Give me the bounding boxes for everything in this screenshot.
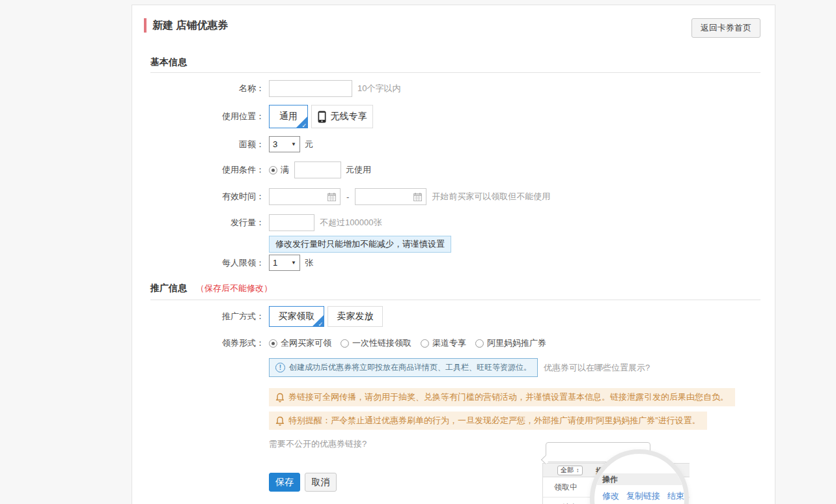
- condition-label: 使用条件：: [132, 164, 264, 176]
- claim-type-row: 领券形式： 全网买家可领 一次性链接领取 渠道专享 阿里妈妈推广券: [132, 337, 775, 349]
- position-label: 使用位置：: [132, 111, 264, 122]
- warning-1-box: 券链接可全网传播，请勿用于抽奖、兑换等有门槛的营销活动，并谨慎设置基本信息。链接…: [269, 388, 735, 406]
- date-separator: -: [346, 192, 349, 202]
- warning-2-row: 特别提醒：严令禁止通过优惠券刷单的行为，一旦发现必定严惩，外部推广请使用“阿里妈…: [269, 412, 775, 430]
- warning-2-text: 特别提醒：严令禁止通过优惠券刷单的行为，一旦发现必定严惩，外部推广请使用“阿里妈…: [288, 415, 701, 427]
- title-accent-bar: [144, 18, 146, 33]
- info-circle-icon: !: [275, 363, 285, 372]
- preview-filter-value: 全部: [561, 466, 574, 475]
- magnifier-links: 修改 复制链接 结束: [602, 490, 689, 502]
- display-positions-link[interactable]: 优惠券可以在哪些位置展示?: [544, 362, 650, 374]
- promo-section-note: （保存后不能修改）: [196, 283, 272, 294]
- condition-suffix: 元使用: [346, 164, 371, 176]
- issue-count-label: 发行量：: [132, 217, 264, 229]
- amount-unit: 元: [305, 139, 313, 150]
- claim-type-label: 领券形式：: [132, 337, 264, 349]
- claim-option-onetime-link-radio[interactable]: [341, 339, 349, 348]
- cancel-button[interactable]: 取消: [305, 473, 337, 492]
- claim-option-channel-radio[interactable]: [421, 339, 429, 348]
- private-coupon-link[interactable]: 需要不公开的优惠券链接?: [269, 438, 367, 450]
- limit-select-value: 1: [273, 258, 277, 268]
- warning-2-box: 特别提醒：严令禁止通过优惠券刷单的行为，一旦发现必定严惩，外部推广请使用“阿里妈…: [269, 412, 707, 430]
- promo-method-label: 推广方式：: [132, 311, 264, 322]
- position-option-wireless-label: 无线专享: [331, 111, 367, 122]
- limit-label: 每人限领：: [132, 257, 264, 269]
- save-button[interactable]: 保存: [269, 473, 300, 492]
- limit-row: 每人限领： 1 ▼ 张: [132, 255, 775, 271]
- name-row: 名称： 10个字以内: [132, 80, 775, 97]
- position-option-common-label: 通用: [279, 111, 298, 122]
- promo-section-title: 推广信息: [150, 283, 187, 294]
- valid-time-row: 有效时间： - 开始前买家可以领取但不能使用: [132, 188, 775, 205]
- position-option-wireless[interactable]: 无线专享: [311, 105, 373, 128]
- issue-count-hint: 不超过100000张: [320, 217, 382, 229]
- info-tip-text: 创建成功后优惠券将立即投放在商品详情页、工具栏、旺旺等资源位。: [289, 362, 531, 373]
- magnifier-link-copy[interactable]: 复制链接: [626, 490, 660, 502]
- position-row: 使用位置： 通用 无线专享: [132, 105, 775, 128]
- issue-tooltip: 修改发行量时只能增加不能减少，请谨慎设置: [269, 236, 451, 253]
- valid-time-note: 开始前买家可以领取但不能使用: [432, 191, 550, 203]
- condition-radio[interactable]: [269, 166, 277, 175]
- title-wrap: 新建 店铺优惠券: [144, 18, 228, 33]
- method-option-seller-send-label: 卖家发放: [337, 311, 374, 322]
- method-option-buyer-claim-label: 买家领取: [279, 311, 315, 322]
- amount-select-value: 3: [273, 139, 277, 149]
- chevron-down-icon: ▼: [291, 141, 296, 147]
- magnifier-link-edit[interactable]: 修改: [602, 490, 619, 502]
- claim-option-onetime-link-label: 一次性链接领取: [352, 337, 411, 349]
- end-date-input[interactable]: [355, 188, 426, 205]
- claim-option-all-buyers-radio[interactable]: [269, 339, 277, 348]
- section-divider: [150, 72, 760, 73]
- method-option-buyer-claim[interactable]: 买家领取: [269, 306, 324, 327]
- name-label: 名称：: [132, 83, 264, 94]
- condition-radio-label: 满: [281, 164, 289, 176]
- bell-icon: [275, 393, 285, 402]
- calendar-icon: [413, 193, 422, 201]
- issue-count-input[interactable]: [269, 214, 314, 231]
- page: 新建 店铺优惠券 返回卡券首页 基本信息 名称： 10个字以内 使用位置： 通用: [0, 0, 836, 504]
- limit-unit: 张: [305, 257, 313, 269]
- phone-icon: [318, 111, 326, 123]
- magnifier-header-band: 操作: [594, 473, 684, 485]
- section-divider: [150, 300, 760, 300]
- info-tip-row: ! 创建成功后优惠券将立即投放在商品详情页、工具栏、旺旺等资源位。 优惠券可以在…: [269, 358, 775, 377]
- claim-option-all-buyers[interactable]: 全网买家可领: [269, 337, 331, 349]
- warning-1-text: 券链接可全网传播，请勿用于抽奖、兑换等有门槛的营销活动，并谨慎设置基本信息。链接…: [288, 391, 729, 403]
- condition-amount-input[interactable]: [294, 161, 341, 178]
- condition-row: 使用条件： 满 元使用: [132, 161, 775, 178]
- claim-option-alimama-label: 阿里妈妈推广券: [487, 337, 546, 349]
- promo-section-title-row: 推广信息 （保存后不能修改）: [150, 283, 775, 294]
- claim-option-channel[interactable]: 渠道专享: [421, 337, 466, 349]
- calendar-icon: [327, 193, 336, 201]
- amount-row: 面额： 3 ▼ 元: [132, 136, 775, 152]
- amount-label: 面额：: [132, 139, 264, 150]
- updown-arrows-icon: ↕: [576, 467, 579, 473]
- magnifier-action-header: 操作: [602, 474, 618, 485]
- name-hint: 10个字以内: [357, 83, 400, 94]
- bell-icon: [275, 416, 285, 426]
- claim-option-onetime-link[interactable]: 一次性链接领取: [341, 337, 411, 349]
- info-tip-box: ! 创建成功后优惠券将立即投放在商品详情页、工具栏、旺旺等资源位。: [269, 358, 538, 377]
- claim-option-all-buyers-label: 全网买家可领: [281, 337, 331, 349]
- warning-1-row: 券链接可全网传播，请勿用于抽奖、兑换等有门槛的营销活动，并谨慎设置基本信息。链接…: [269, 388, 775, 406]
- magnifier-link-end[interactable]: 结束: [667, 490, 684, 502]
- back-to-cards-button[interactable]: 返回卡券首页: [691, 18, 760, 38]
- private-link-row: 需要不公开的优惠券链接?: [269, 438, 775, 450]
- claim-option-alimama-radio[interactable]: [475, 339, 484, 348]
- chevron-down-icon: ▼: [291, 260, 296, 266]
- name-input[interactable]: [269, 80, 352, 97]
- claim-option-channel-label: 渠道专享: [432, 337, 466, 349]
- preview-filter-select[interactable]: 全部 ↕: [557, 466, 583, 475]
- start-date-input[interactable]: [269, 188, 341, 205]
- promo-method-row: 推广方式： 买家领取 卖家发放: [132, 306, 775, 327]
- position-option-common[interactable]: 通用: [269, 105, 308, 128]
- claim-option-alimama[interactable]: 阿里妈妈推广券: [475, 337, 546, 349]
- basic-info-section-title: 基本信息: [150, 57, 775, 68]
- valid-time-label: 有效时间：: [132, 191, 264, 203]
- page-title: 新建 店铺优惠券: [152, 19, 228, 33]
- card-header: 新建 店铺优惠券 返回卡券首页: [132, 5, 775, 38]
- limit-select[interactable]: 1 ▼: [269, 255, 300, 271]
- form-actions: 保存 取消: [269, 473, 775, 492]
- amount-select[interactable]: 3 ▼: [269, 136, 300, 152]
- method-option-seller-send[interactable]: 卖家发放: [327, 306, 383, 327]
